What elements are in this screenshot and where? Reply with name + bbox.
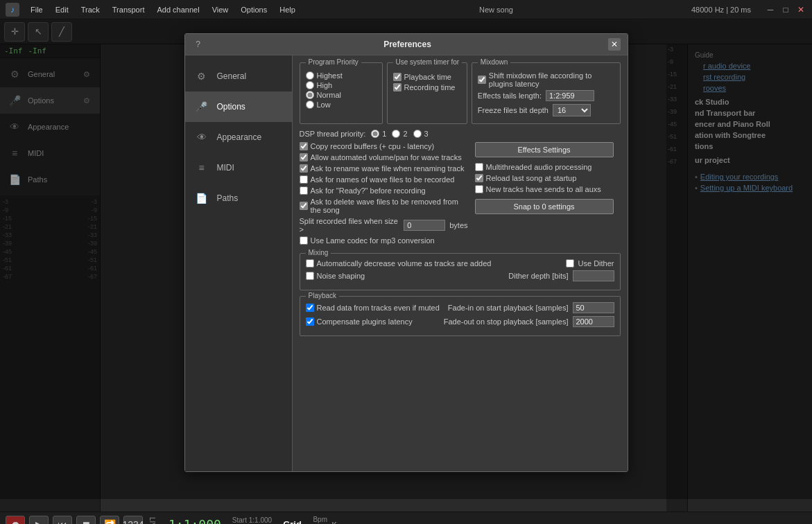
pref-nav-midi[interactable]: ≡ MIDI <box>185 152 292 183</box>
mixing-section: Mixing Automatically decrease volume as … <box>300 253 621 290</box>
recording-time-checkbox[interactable] <box>393 83 401 91</box>
priority-low-radio[interactable] <box>306 101 314 109</box>
pref-help-button[interactable]: ? <box>192 38 205 51</box>
mixing-row-2: Noise shaping Dither depth [bits] <box>306 270 614 281</box>
option-copy-record-cb[interactable] <box>300 142 308 150</box>
dither-depth-input[interactable] <box>573 270 614 281</box>
pref-nav-midi-label: MIDI <box>217 163 234 173</box>
read-muted-cb[interactable] <box>306 304 314 312</box>
priority-highest: Highest <box>306 71 377 80</box>
menu-transport[interactable]: Transport <box>107 4 150 15</box>
dsp-3: 3 <box>413 130 429 138</box>
split-size-input[interactable] <box>404 220 445 231</box>
pref-close-button[interactable]: ✕ <box>608 38 621 51</box>
menu-track[interactable]: Track <box>76 4 105 15</box>
snap-to-zero-button[interactable]: Snap to 0 settings <box>475 199 614 214</box>
split-row: Split recorded files when size > bytes <box>300 217 468 234</box>
bpm-display: Bpm 120 <box>313 516 328 525</box>
split-bytes-label: bytes <box>449 221 467 229</box>
priority-high-radio[interactable] <box>306 81 314 89</box>
dsp-1: 1 <box>371 130 386 138</box>
option-lame: Use Lame codec for mp3 conversion <box>300 236 468 245</box>
pref-nav-appearance[interactable]: 👁 Appearance <box>185 122 292 152</box>
record-button[interactable]: ⏺ <box>6 516 25 525</box>
menu-edit[interactable]: Edit <box>50 4 74 15</box>
effects-settings-button[interactable]: Effects Settings <box>475 142 614 157</box>
option-allow-auto-vol: Allow automated volume/pan for wave trac… <box>300 153 468 161</box>
option-ask-delete: Ask to delete wave files to be removed f… <box>300 198 468 214</box>
option-new-tracks-sends-cb[interactable] <box>475 185 483 193</box>
play-button[interactable]: ▶ <box>29 516 49 525</box>
playback-time-option: Playback time <box>393 73 461 81</box>
fade-out-label: Fade-out on stop playback [samples] <box>444 317 569 326</box>
mixing-auto-decrease-cb[interactable] <box>306 259 314 268</box>
shift-mixdown-checkbox[interactable] <box>478 76 486 84</box>
option-reload-last: Reload last song at startup <box>475 174 621 182</box>
fade-out-input[interactable] <box>573 316 614 327</box>
playback-row-2: Compensate plugins latency Fade-out on s… <box>306 316 614 327</box>
effects-tails-row: Effects tails length: <box>478 90 614 101</box>
rewind-button[interactable]: ⏮ <box>53 516 72 525</box>
option-multithreaded-cb[interactable] <box>475 163 483 171</box>
maximize-button[interactable]: □ <box>780 4 791 15</box>
effects-tails-label: Effects tails length: <box>478 91 542 100</box>
pref-nav-options[interactable]: 🎤 Options <box>185 91 292 122</box>
program-priority-box: Program Priority Highest High <box>300 62 383 124</box>
option-lame-cb[interactable] <box>300 236 308 245</box>
system-timer-title: Use system timer for <box>393 58 463 66</box>
dsp-2-radio[interactable] <box>392 130 400 138</box>
playback-time-checkbox[interactable] <box>393 73 401 81</box>
grid-label: Grid <box>283 519 302 524</box>
priority-highest-radio[interactable] <box>306 71 314 80</box>
fade-in-input[interactable] <box>573 302 614 313</box>
use-system-timer-box: Use system timer for Playback time Recor… <box>387 62 467 124</box>
menu-help[interactable]: Help <box>274 4 301 15</box>
menu-file[interactable]: File <box>25 4 49 15</box>
dsp-1-radio[interactable] <box>371 130 379 138</box>
top-section: Program Priority Highest High <box>300 62 621 124</box>
effects-tails-input[interactable] <box>546 90 594 101</box>
menu-add-channel[interactable]: Add channel <box>151 4 205 15</box>
option-new-tracks-sends: New tracks have sends to all auxs <box>475 185 621 193</box>
dsp-2: 2 <box>392 130 407 138</box>
dsp-label: DSP thread priority: <box>300 130 366 138</box>
option-reload-last-cb[interactable] <box>475 174 483 182</box>
menu-items: File Edit Track Transport Add channel Vi… <box>25 4 301 15</box>
option-ask-ready: Ask for "Ready?" before recording <box>300 186 468 195</box>
priority-normal-radio[interactable] <box>306 91 314 99</box>
fade-in-label: Fade-in on start playback [samples] <box>448 304 569 312</box>
pref-midi-icon: ≡ <box>193 159 210 176</box>
pref-nav-general[interactable]: ⚙ General <box>185 61 292 91</box>
pref-nav-paths-label: Paths <box>217 193 239 203</box>
pref-content: Program Priority Highest High <box>293 55 628 471</box>
loop-button[interactable]: 🔁 <box>100 516 119 525</box>
option-ask-names-cb[interactable] <box>300 175 308 184</box>
option-allow-auto-vol-cb[interactable] <box>300 153 308 161</box>
pattern-button[interactable]: 1234 <box>123 516 143 525</box>
stop-button[interactable]: ⏹ <box>76 516 96 525</box>
pref-nav: ⚙ General 🎤 Options 👁 Appearance ≡ MIDI … <box>185 55 293 471</box>
freeze-bits-row: Freeze files bit depth 16 24 32 <box>478 104 614 116</box>
option-ask-names: Ask for names of wave files to be record… <box>300 175 468 184</box>
minimize-button[interactable]: ─ <box>765 4 776 15</box>
menu-options[interactable]: Options <box>235 4 273 15</box>
dsp-3-radio[interactable] <box>413 130 422 138</box>
pref-nav-general-label: General <box>217 71 247 81</box>
option-ask-ready-cb[interactable] <box>300 186 308 195</box>
compensate-latency-cb[interactable] <box>306 317 314 326</box>
freeze-bits-select[interactable]: 16 24 32 <box>553 104 591 116</box>
mixdown-title: Mixdown <box>478 58 510 66</box>
playback-time-label: Playback time <box>404 73 451 81</box>
pref-appearance-icon: 👁 <box>193 129 210 146</box>
playback-section: Playback Read data from tracks even if m… <box>300 296 621 336</box>
k-label: K <box>332 521 337 525</box>
dsp-radios: 1 2 3 <box>371 130 428 138</box>
close-button[interactable]: ✕ <box>795 4 806 15</box>
noise-shaping-cb[interactable] <box>306 272 314 280</box>
dither-depth-label: Dither depth [bits] <box>508 272 568 280</box>
option-ask-rename-cb[interactable] <box>300 164 308 173</box>
pref-nav-paths[interactable]: 📄 Paths <box>185 183 292 213</box>
option-ask-delete-cb[interactable] <box>300 202 308 210</box>
menu-view[interactable]: View <box>207 4 234 15</box>
use-dither-cb[interactable] <box>566 259 574 268</box>
